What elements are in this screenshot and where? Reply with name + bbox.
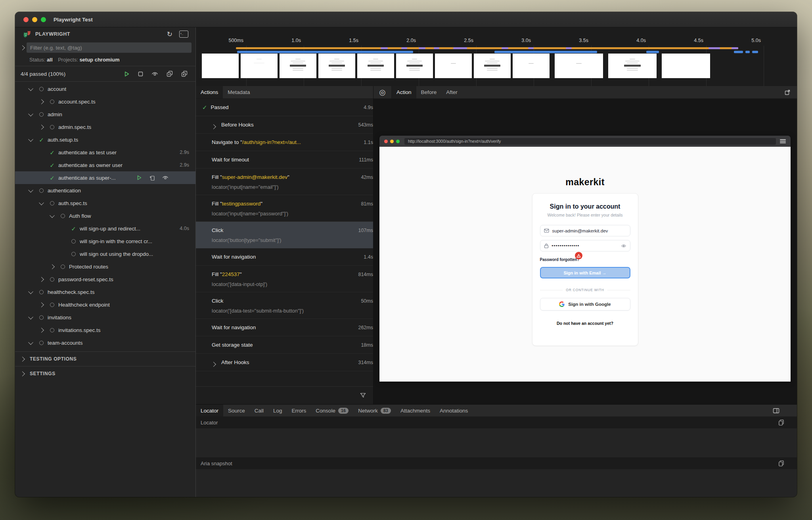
forgot-password-link[interactable]: Password forgotten? xyxy=(540,257,630,262)
filter-input[interactable] xyxy=(27,42,192,53)
toggle-output-terminal-button[interactable]: ›_ xyxy=(178,30,189,38)
tree-chevron-icon[interactable] xyxy=(39,302,44,307)
tree-chevron-icon[interactable] xyxy=(28,136,33,142)
expand-all-button[interactable] xyxy=(180,70,188,78)
action-row[interactable]: Fill "224537" 814ms locator('[data-input… xyxy=(196,266,373,292)
tab-metadata[interactable]: Metadata xyxy=(223,86,255,98)
tab-errors[interactable]: Errors xyxy=(287,405,311,416)
copy-locator-button[interactable] xyxy=(778,418,785,426)
tab-after[interactable]: After xyxy=(441,86,462,98)
tree-chevron-icon[interactable] xyxy=(39,328,44,333)
tree-chevron-icon[interactable] xyxy=(39,200,44,205)
tree-chevron-icon[interactable] xyxy=(28,187,33,192)
tab-action[interactable]: Action xyxy=(392,86,416,98)
test-tree-row[interactable]: auth.spec.ts xyxy=(15,197,195,209)
tab-annotations[interactable]: Annotations xyxy=(435,405,473,416)
tree-chevron-icon[interactable] xyxy=(28,86,33,91)
filmstrip-frame[interactable] xyxy=(662,54,710,78)
tree-chevron-icon[interactable] xyxy=(50,264,55,269)
test-tree-row[interactable]: Healthcheck endpoint xyxy=(15,298,195,311)
tree-chevron-icon[interactable] xyxy=(39,277,44,282)
action-row[interactable]: Click 50ms locator('[data-test="submit-m… xyxy=(196,292,373,319)
action-row[interactable]: ✓ Passed 4.9s xyxy=(196,99,373,116)
test-tree-row[interactable]: account xyxy=(15,83,195,95)
timeline[interactable]: 500ms1.0s1.5s2.0s2.5s3.0s3.5s4.0s4.5s5.0… xyxy=(196,27,797,86)
test-tree-row[interactable]: team-accounts xyxy=(15,336,195,349)
filmstrip-frame[interactable] xyxy=(608,54,657,78)
filmstrip-frame[interactable] xyxy=(435,54,472,78)
watch-all-button[interactable] xyxy=(151,71,159,77)
tab-network[interactable]: Network 83 xyxy=(353,405,396,416)
aria-snapshot-editor[interactable] xyxy=(196,469,797,497)
sidebar-section-testing-options[interactable]: TESTING OPTIONS xyxy=(15,351,195,366)
tab-log[interactable]: Log xyxy=(268,405,287,416)
test-tree-row[interactable]: admin xyxy=(15,108,195,121)
run-test-icon[interactable] xyxy=(136,174,143,181)
action-row[interactable]: Fill "testingpassword" 81ms locator('inp… xyxy=(196,195,373,222)
action-row[interactable]: Before Hooks 543ms xyxy=(196,116,373,134)
stop-button[interactable] xyxy=(137,71,144,77)
email-field[interactable]: super-admin@makerkit.dev xyxy=(540,225,630,236)
action-row[interactable]: Navigate to "/auth/sign-in?next=/aut... … xyxy=(196,134,373,151)
test-tree-row[interactable]: password-reset.spec.ts xyxy=(15,273,195,286)
test-tree-row[interactable]: ✓ auth.setup.ts xyxy=(15,133,195,146)
test-tree-row[interactable]: ✓ will sign-up and redirect... 4.0s xyxy=(15,222,195,235)
filmstrip-frame[interactable] xyxy=(396,54,433,78)
test-tree-row[interactable]: Protected routes xyxy=(15,260,195,273)
tab-source[interactable]: Source xyxy=(223,405,250,416)
filter-collapse-icon[interactable] xyxy=(20,45,25,50)
tree-chevron-icon[interactable] xyxy=(28,289,33,294)
tab-console[interactable]: Console 16 xyxy=(311,405,353,416)
test-tree-row[interactable]: Auth flow xyxy=(15,209,195,222)
filmstrip-frame[interactable] xyxy=(318,54,355,78)
tab-call[interactable]: Call xyxy=(250,405,268,416)
action-row[interactable]: Fill "super-admin@makerkit.dev" 42ms loc… xyxy=(196,169,373,195)
tree-chevron-icon[interactable] xyxy=(50,213,55,218)
open-source-icon[interactable] xyxy=(148,174,156,182)
filmstrip-frame[interactable] xyxy=(513,54,550,78)
signin-google-button[interactable]: Sign in with Google xyxy=(540,298,630,311)
filmstrip-frame[interactable] xyxy=(280,54,316,78)
signup-link[interactable]: Do not have an account yet? xyxy=(540,321,630,326)
filmstrip-frame[interactable] xyxy=(241,54,278,78)
test-tree-row[interactable]: healthcheck.spec.ts xyxy=(15,286,195,298)
test-tree-row[interactable]: admin.spec.ts xyxy=(15,121,195,133)
action-chevron-icon[interactable] xyxy=(211,124,216,129)
action-row[interactable]: Wait for timeout 111ms xyxy=(196,151,373,169)
filter-status-line[interactable]: Status: all Projects: setup chromium xyxy=(15,54,195,66)
zoom-window-button[interactable] xyxy=(41,17,46,22)
locator-editor[interactable] xyxy=(196,428,797,457)
pick-locator-button[interactable]: ◎ xyxy=(373,86,392,98)
action-chevron-icon[interactable] xyxy=(211,362,216,367)
collapse-all-button[interactable] xyxy=(166,70,174,78)
password-field[interactable]: •••••••••••••• xyxy=(540,240,630,251)
tree-chevron-icon[interactable] xyxy=(39,99,44,104)
action-row[interactable]: Wait for navigation 1.4s xyxy=(196,248,373,266)
test-tree-row[interactable]: will sign-in with the correct cr... xyxy=(15,235,195,248)
tab-before[interactable]: Before xyxy=(416,86,442,98)
tree-chevron-icon[interactable] xyxy=(28,111,33,116)
action-row[interactable]: After Hooks 314ms xyxy=(196,354,373,371)
test-tree-row[interactable]: invitations.spec.ts xyxy=(15,324,195,336)
filmstrip-frame[interactable] xyxy=(474,54,511,78)
action-row[interactable]: Click 107ms locator('button[type="submit… xyxy=(196,222,373,248)
tree-chevron-icon[interactable] xyxy=(28,314,33,319)
copy-aria-snapshot-button[interactable] xyxy=(778,459,785,467)
test-tree-row[interactable]: account.spec.ts xyxy=(15,95,195,108)
filmstrip-frame[interactable] xyxy=(555,54,603,78)
tab-actions[interactable]: Actions xyxy=(196,86,223,98)
filter-actions-button[interactable] xyxy=(359,392,367,399)
test-tree-row[interactable]: authentication xyxy=(15,184,195,197)
toggle-panel-layout-button[interactable] xyxy=(772,407,780,414)
tab-attachments[interactable]: Attachments xyxy=(396,405,435,416)
sidebar-section-settings[interactable]: SETTINGS xyxy=(15,366,195,381)
test-tree-row[interactable]: ✓ authenticate as test user 2.9s xyxy=(15,146,195,159)
tree-chevron-icon[interactable] xyxy=(39,125,44,130)
filmstrip-frame[interactable] xyxy=(357,54,394,78)
tree-chevron-icon[interactable] xyxy=(28,340,33,345)
tab-locator[interactable]: Locator xyxy=(196,405,223,416)
test-tree-row[interactable]: will sign out using the dropdo... xyxy=(15,248,195,260)
show-password-icon[interactable] xyxy=(621,244,626,248)
action-row[interactable]: Get storage state 18ms xyxy=(196,336,373,354)
action-row[interactable]: Wait for navigation 262ms xyxy=(196,319,373,336)
